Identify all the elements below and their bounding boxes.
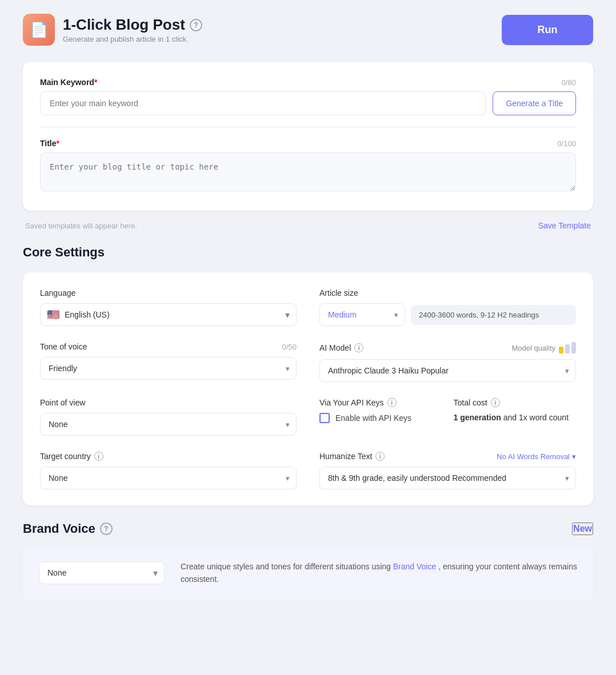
- total-cost-section: Total cost i 1 generation and 1x word co…: [454, 398, 577, 422]
- api-keys-checkbox[interactable]: [319, 413, 330, 423]
- app-title-section: 📄 1-Click Blog Post ? Generate and publi…: [23, 14, 202, 46]
- model-quality-label: Model quality: [511, 344, 555, 352]
- keyword-field-header: Main Keyword* 0/80: [40, 78, 576, 87]
- article-size-label: Article size: [319, 288, 576, 298]
- humanize-label: Humanize Text i: [319, 452, 385, 461]
- api-help-icon[interactable]: i: [387, 398, 397, 407]
- app-header: 📄 1-Click Blog Post ? Generate and publi…: [23, 14, 593, 46]
- target-country-help-icon[interactable]: i: [94, 452, 103, 461]
- generate-title-button[interactable]: Generate a Title: [493, 91, 576, 115]
- total-cost-value: 1 generation and 1x word count: [454, 413, 577, 422]
- brand-voice-select[interactable]: None: [39, 561, 165, 584]
- brand-voice-card: None ▾ Create unique styles and tones fo…: [23, 547, 593, 600]
- app-help-icon[interactable]: ?: [190, 19, 202, 31]
- target-country-select-wrapper: None ▾: [40, 467, 297, 489]
- tone-char-count: 0/50: [282, 343, 297, 351]
- pov-select-wrapper: None ▾: [40, 413, 297, 436]
- tone-of-voice-group: Tone of voice 0/50 Friendly ▾: [40, 342, 297, 382]
- brand-voice-section: Brand Voice ? New None ▾ Create unique s…: [23, 521, 593, 600]
- main-keyword-section: Main Keyword* 0/80 Generate a Title: [40, 78, 576, 115]
- app-title-block: 1-Click Blog Post ? Generate and publish…: [63, 16, 202, 43]
- keyword-label: Main Keyword*: [40, 78, 97, 87]
- template-bar: Saved templates will appear here. Save T…: [23, 211, 593, 240]
- api-checkbox-row: Enable with API Keys: [319, 413, 442, 423]
- humanize-label-row: Humanize Text i No AI Words Removal ▾: [319, 452, 576, 461]
- ai-model-label: AI Model i: [319, 343, 363, 352]
- article-size-info: 2400-3600 words, 9-12 H2 headings: [411, 305, 576, 325]
- article-size-select-wrapper: Medium ▾: [319, 303, 405, 326]
- main-keyword-input[interactable]: [40, 91, 486, 115]
- brand-voice-link[interactable]: Brand Voice: [393, 562, 437, 571]
- model-quality-row: Model quality: [511, 342, 576, 353]
- humanize-select[interactable]: 8th & 9th grade, easily understood Recom…: [319, 467, 576, 489]
- brand-voice-select-wrapper: None ▾: [39, 561, 165, 584]
- target-country-select[interactable]: None: [40, 467, 297, 489]
- no-ai-removal-button[interactable]: No AI Words Removal ▾: [497, 452, 576, 461]
- article-size-group: Article size Medium ▾ 2400-3600 words, 9…: [319, 288, 576, 326]
- brand-voice-header: Brand Voice ? New: [23, 521, 593, 536]
- core-settings-section: Core Settings Language 🇺🇸 English (US) ▾: [23, 245, 593, 505]
- input-card: Main Keyword* 0/80 Generate a Title Titl…: [23, 62, 593, 211]
- ai-model-label-row: AI Model i Model quality: [319, 342, 576, 353]
- save-template-button[interactable]: Save Template: [538, 221, 591, 230]
- title-char-count: 0/100: [557, 139, 576, 148]
- title-label: Title*: [40, 139, 59, 148]
- title-section: Title* 0/100: [40, 139, 576, 194]
- total-cost-label: Total cost i: [454, 398, 577, 407]
- settings-grid: Language 🇺🇸 English (US) ▾ Article size: [40, 288, 576, 489]
- point-of-view-group: Point of view None ▾: [40, 398, 297, 436]
- title-input[interactable]: [40, 152, 576, 191]
- brand-voice-title: Brand Voice ?: [23, 521, 113, 536]
- ai-model-select[interactable]: Anthropic Claude 3 Haiku Popular: [319, 359, 576, 382]
- settings-card: Language 🇺🇸 English (US) ▾ Article size: [23, 272, 593, 505]
- target-country-group: Target country i None ▾: [40, 452, 297, 489]
- quality-bar-3: [571, 342, 576, 353]
- humanize-select-wrapper: 8th & 9th grade, easily understood Recom…: [319, 467, 576, 489]
- brand-voice-new-button[interactable]: New: [572, 523, 593, 535]
- brand-voice-help-icon[interactable]: ?: [100, 523, 113, 535]
- api-checkbox-label: Enable with API Keys: [335, 413, 411, 423]
- quality-bars: [559, 342, 576, 353]
- quality-bar-2: [565, 344, 570, 353]
- language-label: Language: [40, 288, 297, 298]
- tone-select-wrapper: Friendly ▾: [40, 357, 297, 380]
- api-keys-section: Via Your API Keys i Enable with API Keys: [319, 398, 442, 423]
- tone-label: Tone of voice: [40, 342, 87, 351]
- keyword-char-count: 0/80: [562, 78, 576, 87]
- language-select-wrapper: 🇺🇸 English (US) ▾: [40, 303, 297, 326]
- run-button[interactable]: Run: [502, 15, 593, 45]
- keyword-title-divider: [40, 127, 576, 127]
- ai-model-group: AI Model i Model quality: [319, 342, 576, 382]
- tone-label-row: Tone of voice 0/50: [40, 342, 297, 351]
- quality-bar-1: [559, 347, 563, 353]
- humanize-help-icon[interactable]: i: [375, 452, 385, 461]
- article-size-select[interactable]: Medium: [319, 303, 405, 326]
- point-of-view-select[interactable]: None: [40, 413, 297, 436]
- tone-select[interactable]: Friendly: [40, 357, 297, 380]
- article-size-row: Medium ▾ 2400-3600 words, 9-12 H2 headin…: [319, 303, 576, 326]
- api-total-group: Via Your API Keys i Enable with API Keys…: [319, 398, 576, 436]
- point-of-view-label: Point of view: [40, 398, 297, 407]
- brand-voice-description: Create unique styles and tones for diffe…: [181, 560, 577, 586]
- ai-model-select-wrapper: Anthropic Claude 3 Haiku Popular ▾: [319, 359, 576, 382]
- title-field-header: Title* 0/100: [40, 139, 576, 148]
- keyword-input-row: Generate a Title: [40, 91, 576, 115]
- app-title: 1-Click Blog Post ?: [63, 16, 202, 34]
- app-icon: 📄: [23, 14, 55, 46]
- language-select[interactable]: English (US): [40, 303, 297, 326]
- template-hint: Saved templates will appear here.: [25, 222, 137, 230]
- language-group: Language 🇺🇸 English (US) ▾: [40, 288, 297, 326]
- no-ai-chevron-icon: ▾: [572, 452, 576, 461]
- app-subtitle: Generate and publish article in 1 click.: [63, 35, 202, 43]
- target-country-label: Target country i: [40, 452, 297, 461]
- api-keys-label: Via Your API Keys i: [319, 398, 442, 407]
- core-settings-title: Core Settings: [23, 245, 593, 260]
- ai-model-help-icon[interactable]: i: [354, 343, 363, 352]
- total-cost-help-icon[interactable]: i: [491, 398, 500, 407]
- humanize-text-group: Humanize Text i No AI Words Removal ▾ 8t…: [319, 452, 576, 489]
